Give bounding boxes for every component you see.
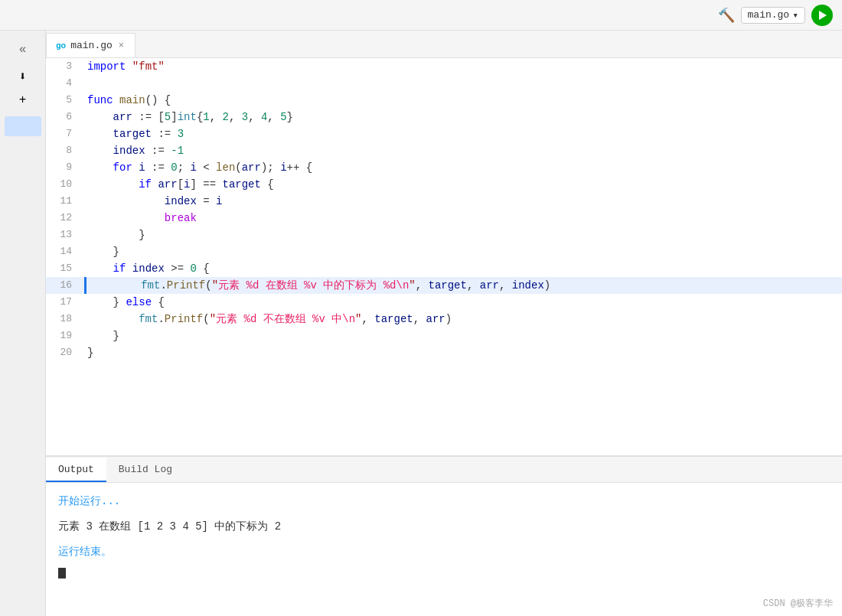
line-content: break xyxy=(84,210,197,227)
tab-bar: go main.go × xyxy=(46,31,842,58)
code-line: 11 index = i xyxy=(46,193,842,210)
code-editor[interactable]: 3import "fmt"45func main() {6 arr := [5]… xyxy=(46,58,842,455)
line-number: 11 xyxy=(46,193,84,210)
output-result-text: 元素 3 在数组 [1 2 3 4 5] 中的下标为 2 xyxy=(58,517,830,536)
line-number: 6 xyxy=(46,109,84,125)
code-line: 12 break xyxy=(46,210,842,227)
toolbar: 🔨 main.go ▾ xyxy=(0,0,842,31)
run-button[interactable] xyxy=(811,5,833,26)
line-number: 4 xyxy=(46,75,84,92)
sidebar-top-row: « xyxy=(13,37,33,63)
code-line: 14 } xyxy=(46,243,842,260)
line-content: } xyxy=(84,227,145,243)
line-number: 19 xyxy=(46,328,84,344)
watermark: CSDN @极客李华 xyxy=(763,597,833,610)
line-content: } else { xyxy=(84,294,165,311)
code-line: 5func main() { xyxy=(46,92,842,109)
line-content: fmt.Printf("元素 %d 不在数组 %v 中\n", target, … xyxy=(84,311,452,328)
run-selector[interactable]: main.go ▾ xyxy=(741,7,805,24)
run-selector-label: main.go xyxy=(748,9,790,21)
code-line: 16 fmt.Printf("元素 %d 在数组 %v 中的下标为 %d\n",… xyxy=(46,277,842,294)
cursor-icon xyxy=(58,568,66,579)
line-number: 8 xyxy=(46,142,84,159)
line-content: index = i xyxy=(84,193,222,210)
line-number: 5 xyxy=(46,92,84,109)
download-icon: ⬇ xyxy=(19,70,27,84)
line-number: 9 xyxy=(46,159,84,176)
collapse-icon[interactable]: « xyxy=(16,40,30,60)
tab-main-go[interactable]: go main.go × xyxy=(46,33,135,57)
line-content: for i := 0; i < len(arr); i++ { xyxy=(84,159,312,176)
code-line: 8 index := -1 xyxy=(46,142,842,159)
code-line: 20} xyxy=(46,344,842,361)
code-line: 3import "fmt" xyxy=(46,58,842,75)
bottom-tabs: Output Build Log xyxy=(46,457,842,483)
code-line: 13 } xyxy=(46,227,842,243)
line-number: 16 xyxy=(46,277,84,294)
code-line: 17 } else { xyxy=(46,294,842,311)
tab-filename: main.go xyxy=(70,40,113,51)
line-content: target := 3 xyxy=(84,125,184,142)
code-line: 4 xyxy=(46,75,842,92)
line-number: 18 xyxy=(46,311,84,328)
line-number: 10 xyxy=(46,176,84,193)
line-content: if index >= 0 { xyxy=(84,260,210,277)
line-number: 12 xyxy=(46,210,84,227)
output-start-text: 开始运行... xyxy=(58,492,830,511)
hammer-icon[interactable]: 🔨 xyxy=(718,7,735,24)
output-cursor-block xyxy=(58,564,830,583)
line-number: 15 xyxy=(46,260,84,277)
bottom-panel: Output Build Log 开始运行... 元素 3 在数组 [1 2 3… xyxy=(46,455,842,616)
line-content: index := -1 xyxy=(84,142,184,159)
sidebar-download[interactable]: ⬇ xyxy=(16,66,30,87)
line-content: if arr[i] == target { xyxy=(84,176,274,193)
active-file-indicator xyxy=(5,116,41,136)
chevron-down-icon: ▾ xyxy=(792,9,798,21)
add-icon: + xyxy=(19,93,27,107)
line-content: } xyxy=(84,328,119,344)
line-number: 17 xyxy=(46,294,84,311)
tab-output[interactable]: Output xyxy=(46,458,106,482)
line-content: func main() { xyxy=(84,92,171,109)
line-number: 3 xyxy=(46,58,84,75)
sidebar-add[interactable]: + xyxy=(16,90,30,110)
line-content: import "fmt" xyxy=(84,58,165,75)
sidebar: « ⬇ + xyxy=(0,31,46,616)
main-layout: « ⬇ + go main.go × 3import "fmt"45func m… xyxy=(0,31,842,616)
tab-build-log[interactable]: Build Log xyxy=(106,458,184,482)
output-content: 开始运行... 元素 3 在数组 [1 2 3 4 5] 中的下标为 2 运行结… xyxy=(46,483,842,616)
line-number: 13 xyxy=(46,227,84,243)
code-line: 6 arr := [5]int{1, 2, 3, 4, 5} xyxy=(46,109,842,125)
code-line: 10 if arr[i] == target { xyxy=(46,176,842,193)
code-line: 7 target := 3 xyxy=(46,125,842,142)
tab-build-log-label: Build Log xyxy=(119,464,172,475)
code-line: 19 } xyxy=(46,328,842,344)
go-file-icon: go xyxy=(56,41,66,51)
line-number: 14 xyxy=(46,243,84,260)
line-content: arr := [5]int{1, 2, 3, 4, 5} xyxy=(84,109,293,125)
editor-area: go main.go × 3import "fmt"45func main() … xyxy=(46,31,842,616)
output-end-text: 运行结束。 xyxy=(58,543,830,562)
tab-output-label: Output xyxy=(58,464,94,475)
line-number: 20 xyxy=(46,344,84,361)
tab-close-button[interactable]: × xyxy=(117,40,126,52)
code-line: 18 fmt.Printf("元素 %d 不在数组 %v 中\n", targe… xyxy=(46,311,842,328)
line-number: 7 xyxy=(46,125,84,142)
line-content: } xyxy=(84,243,119,260)
code-line: 15 if index >= 0 { xyxy=(46,260,842,277)
line-content xyxy=(84,75,87,92)
line-content: fmt.Printf("元素 %d 在数组 %v 中的下标为 %d\n", ta… xyxy=(86,277,550,294)
line-content: } xyxy=(84,344,93,361)
code-line: 9 for i := 0; i < len(arr); i++ { xyxy=(46,159,842,176)
